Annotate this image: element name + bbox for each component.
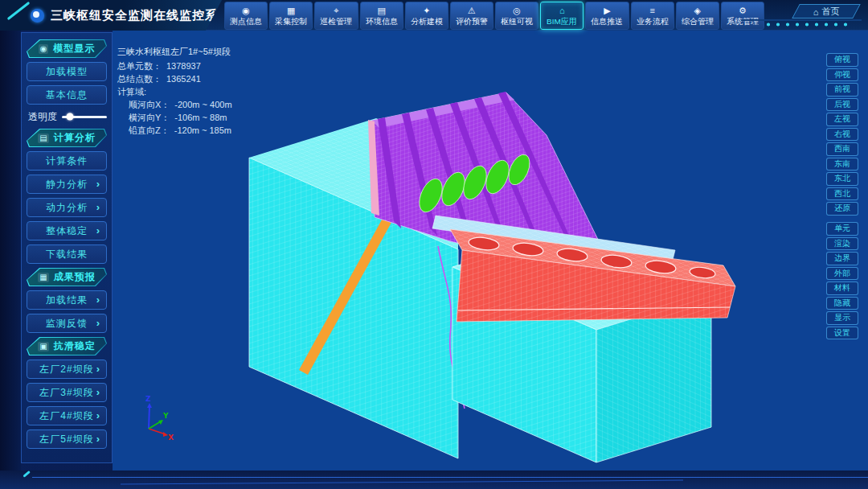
hub-visual-icon: ◎ — [513, 6, 521, 16]
view-button-southwest[interactable]: 西南 — [826, 142, 858, 156]
button-label: 动力分析 — [46, 201, 88, 215]
display-button-settings[interactable]: 设置 — [826, 327, 858, 340]
global-stability-button[interactable]: 整体稳定› — [27, 221, 107, 240]
chevron-right-icon: › — [96, 201, 100, 213]
display-button-hide[interactable]: 隐藏 — [826, 297, 858, 310]
nav-tab-bim-app[interactable]: ⌂ BIM应用 — [540, 2, 583, 30]
data-collect-icon: ▦ — [287, 6, 295, 16]
section-model-display-frame: ◉ 模型显示 — [27, 39, 107, 58]
nav-label: 巡检管理 — [320, 16, 352, 25]
display-controls: 单元 渲染 边界 外部 材料 隐藏 显示 设置 — [826, 222, 858, 339]
calc-condition-button[interactable]: 计算条件 — [27, 151, 107, 171]
sidebar-section-anti-slide[interactable]: ▣ 抗滑稳定 — [27, 338, 106, 355]
dam-section-4-button[interactable]: 左厂4#坝段› — [27, 406, 107, 425]
transparency-slider-knob[interactable] — [67, 113, 74, 121]
chevron-right-icon: › — [96, 433, 100, 445]
view-button-front[interactable]: 前视 — [826, 83, 858, 97]
nav-label: 系统管理 — [727, 16, 759, 25]
chevron-right-icon: › — [96, 224, 100, 236]
domain-label: 横河向Y： — [129, 113, 170, 122]
domain-label: 铅直向Z： — [129, 125, 170, 135]
display-button-element[interactable]: 单元 — [826, 222, 858, 236]
nav-label: 分析建模 — [411, 16, 443, 25]
chevron-right-icon: › — [96, 294, 100, 306]
sidebar: ◉ 模型显示 加载模型 基本信息 透明度 ▤ 计算分析 计算条件 静力分析› 动… — [21, 32, 113, 463]
main-nav: ◉ 测点信息 ▦ 采集控制 ⌖ 巡检管理 ▤ 环境信息 ✦ 分析建模 ⚠ 评价预… — [224, 2, 764, 30]
axes-triad: Z X Y — [145, 395, 174, 442]
view-button-back[interactable]: 后视 — [826, 98, 858, 112]
view-button-southeast[interactable]: 东南 — [826, 158, 858, 171]
button-label: 加载模型 — [46, 65, 88, 79]
nav-tab-system[interactable]: ⚙ 系统管理 — [721, 2, 764, 30]
nav-label: 评价预警 — [456, 16, 488, 25]
monitor-feedback-button[interactable]: 监测反馈› — [27, 314, 107, 333]
inspection-pin-icon: ⌖ — [334, 6, 338, 16]
nav-tab-comprehensive[interactable]: ◈ 综合管理 — [676, 2, 719, 30]
domain-row: 横河向Y：-106m ~ 88m — [129, 111, 232, 124]
display-button-show[interactable]: 显示 — [826, 311, 858, 325]
display-button-material[interactable]: 材料 — [826, 281, 858, 295]
display-button-boundary[interactable]: 边界 — [826, 252, 858, 265]
basic-info-button[interactable]: 基本信息 — [27, 85, 107, 105]
load-model-button[interactable]: 加载模型 — [27, 62, 107, 81]
nav-tab-analysis-modeling[interactable]: ✦ 分析建模 — [405, 2, 448, 30]
chevron-right-icon: › — [96, 178, 100, 190]
view-button-top[interactable]: 俯视 — [826, 53, 858, 67]
stat-label: 总结点数： — [117, 74, 162, 84]
button-label: 静力分析 — [46, 178, 88, 191]
dam-section-2-button[interactable]: 左厂2#坝段› — [27, 360, 107, 379]
admin-shield-icon: ◈ — [694, 6, 701, 16]
nav-tab-measure-points[interactable]: ◉ 测点信息 — [224, 2, 268, 30]
nav-label: 信息推送 — [592, 16, 624, 25]
dam-section-3-button[interactable]: 左厂3#坝段› — [27, 383, 107, 402]
view-button-northeast[interactable]: 东北 — [826, 172, 858, 186]
chevron-right-icon: › — [96, 386, 100, 398]
transparency-slider[interactable] — [62, 116, 107, 118]
view-button-northwest[interactable]: 西北 — [826, 187, 858, 201]
workflow-icon: ≡ — [649, 6, 654, 16]
view-button-reset[interactable]: 还原 — [826, 202, 858, 216]
dynamic-analysis-button[interactable]: 动力分析› — [27, 198, 107, 217]
stat-value: 1365241 — [166, 74, 201, 84]
model-viewport[interactable]: Z X Y 三峡水利枢纽左厂1#~5#坝段 总单元数：1378937 总结点数：… — [113, 31, 868, 471]
nav-label: 业务流程 — [637, 16, 669, 25]
nav-tab-evaluation-warning[interactable]: ⚠ 评价预警 — [450, 2, 493, 30]
chevron-right-icon: › — [96, 317, 100, 329]
anti-slide-icon: ▣ — [38, 342, 48, 351]
display-button-render[interactable]: 渲染 — [826, 237, 858, 251]
section-result-forecast-frame: ▦ 成果预报 — [27, 268, 107, 286]
download-result-button[interactable]: 下载结果 — [27, 244, 107, 264]
logo-accent-line — [7, 2, 31, 20]
sidebar-section-model-display[interactable]: ◉ 模型显示 — [27, 40, 106, 57]
nav-tab-info-push[interactable]: ▶ 信息推送 — [585, 2, 628, 30]
transparency-label: 透明度 — [28, 110, 57, 124]
header: 三峡枢纽安全监测在线监控系统 ▾ ◉ 测点信息 ▦ 采集控制 ⌖ 巡检管理 ▤ … — [0, 0, 868, 31]
axis-y-label: Y — [162, 412, 169, 420]
nav-tab-collection-control[interactable]: ▦ 采集控制 — [269, 2, 313, 30]
sidebar-section-result-forecast[interactable]: ▦ 成果预报 — [27, 269, 106, 286]
nav-tab-environment[interactable]: ▤ 环境信息 — [360, 2, 403, 30]
nav-tab-inspection[interactable]: ⌖ 巡检管理 — [314, 2, 358, 30]
footer-decor — [0, 471, 868, 489]
nav-tab-hub-visual[interactable]: ◎ 枢纽可视 — [495, 2, 538, 30]
view-controls: 俯视 仰视 前视 后视 左视 右视 西南 东南 东北 西北 还原 — [826, 53, 858, 216]
view-button-bottom[interactable]: 仰视 — [826, 68, 858, 82]
sidebar-section-calc-analysis[interactable]: ▤ 计算分析 — [27, 129, 106, 146]
home-button[interactable]: ⌂ 首页 — [792, 4, 861, 18]
button-label: 计算条件 — [46, 154, 88, 168]
nav-label: BIM应用 — [547, 16, 577, 25]
chevron-right-icon: › — [96, 363, 100, 375]
chevron-right-icon: › — [96, 409, 100, 421]
model-display-icon: ◉ — [39, 44, 49, 54]
dam-section-5-button[interactable]: 左厂5#坝段› — [27, 429, 107, 449]
domain-value: -200m ~ 400m — [174, 100, 231, 109]
static-analysis-button[interactable]: 静力分析› — [27, 175, 107, 194]
app-logo — [31, 9, 44, 23]
view-button-right[interactable]: 右视 — [826, 128, 858, 142]
view-button-left[interactable]: 左视 — [826, 113, 858, 126]
section-title: 模型显示 — [53, 42, 95, 55]
load-result-button[interactable]: 加载结果› — [27, 290, 107, 310]
display-button-external[interactable]: 外部 — [826, 267, 858, 281]
nav-label: 环境信息 — [366, 16, 398, 25]
nav-tab-workflow[interactable]: ≡ 业务流程 — [631, 2, 674, 30]
